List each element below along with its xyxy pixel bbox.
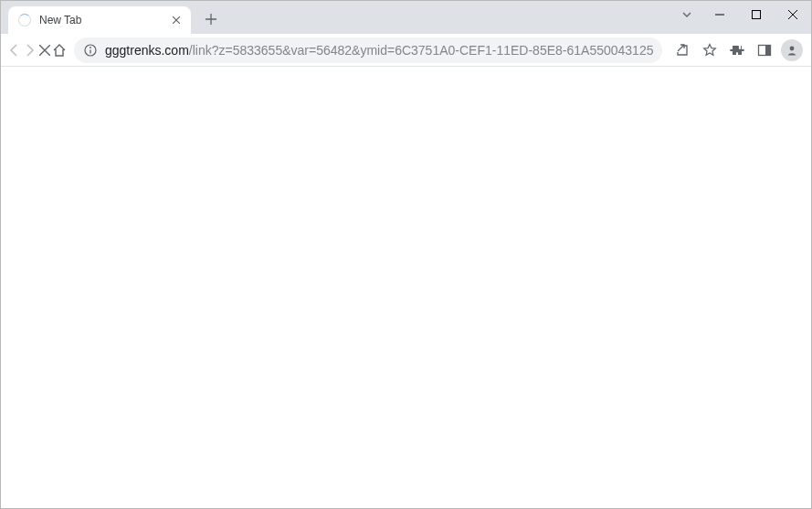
puzzle-icon (730, 43, 744, 58)
menu-button[interactable] (807, 37, 812, 63)
side-panel-icon (757, 43, 772, 58)
url-path: /link?z=5833655&var=56482&ymid=6C3751A0-… (189, 43, 654, 58)
bookmark-button[interactable] (697, 37, 722, 63)
page-content (1, 67, 811, 508)
tab-search-button[interactable] (672, 1, 701, 28)
titlebar: New Tab (1, 1, 811, 34)
window-close-button[interactable] (775, 1, 811, 28)
share-button[interactable] (670, 37, 695, 63)
svg-point-5 (790, 46, 795, 50)
close-icon (39, 45, 50, 56)
address-bar[interactable]: gggtrenks.com/link?z=5833655&var=56482&y… (74, 37, 662, 63)
avatar-icon (781, 39, 803, 61)
new-tab-button[interactable] (198, 6, 224, 32)
back-button[interactable] (6, 37, 21, 63)
svg-rect-0 (753, 11, 761, 19)
side-panel-button[interactable] (752, 37, 777, 63)
url-host: gggtrenks.com (105, 43, 189, 58)
toolbar: gggtrenks.com/link?z=5833655&var=56482&y… (1, 34, 811, 67)
star-icon (702, 43, 717, 58)
stop-reload-button[interactable] (39, 37, 50, 63)
url-text: gggtrenks.com/link?z=5833655&var=56482&y… (105, 43, 653, 58)
site-info-button[interactable] (83, 43, 98, 58)
loading-spinner-icon (17, 13, 32, 27)
svg-rect-4 (765, 45, 771, 55)
info-icon (84, 44, 97, 57)
minimize-button[interactable] (701, 1, 738, 28)
maximize-button[interactable] (738, 1, 775, 28)
window-controls (701, 1, 811, 28)
browser-window: New Tab (0, 0, 812, 509)
forward-button[interactable] (23, 37, 37, 63)
toolbar-right (670, 37, 812, 63)
tab-search-area (672, 1, 701, 28)
home-icon (52, 43, 67, 58)
tab-active[interactable]: New Tab (8, 6, 191, 34)
home-button[interactable] (52, 37, 67, 63)
extensions-button[interactable] (724, 37, 750, 63)
svg-point-2 (90, 47, 91, 48)
tab-title: New Tab (39, 14, 169, 27)
share-icon (675, 43, 690, 58)
tab-close-button[interactable] (169, 13, 184, 27)
profile-button[interactable] (779, 37, 805, 63)
